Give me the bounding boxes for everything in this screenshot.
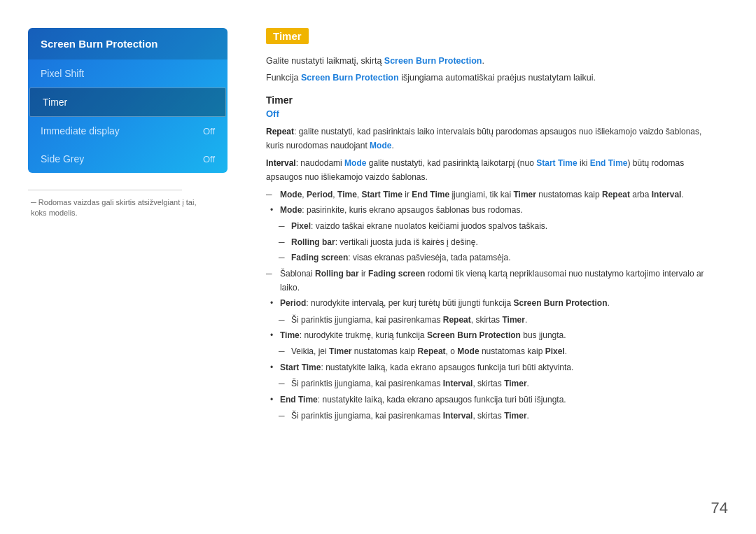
menu-item-label: Timer — [43, 97, 67, 108]
sub2a: Ši parinktis įjungiama, kai pasirenkamas… — [266, 313, 721, 327]
menu-item-label: Pixel Shift — [41, 68, 84, 79]
intro-text-1: Galite nustatyti laikmatį, skirtą Screen… — [266, 54, 721, 68]
menu-item-label: Side Grey — [41, 153, 84, 164]
bullet2: Period: nurodykite intervalą, per kurį t… — [266, 296, 721, 310]
menu-item-label: Immediate display — [41, 125, 120, 136]
menu-item-immediate-display[interactable]: Immediate display Off — [28, 117, 227, 145]
dash1: Mode, Period, Time, Start Time ir End Ti… — [266, 188, 721, 202]
intro-bold-1: Screen Burn Protection — [384, 56, 482, 66]
right-panel: Timer Galite nustatyti laikmatį, skirtą … — [238, 0, 756, 534]
sub4a: Ši parinktis įjungiama, kai pasirenkamas… — [266, 377, 721, 391]
menu-item-value: Off — [203, 154, 215, 164]
intro-bold-2: Screen Burn Protection — [301, 73, 399, 83]
left-panel: Screen Burn Protection Pixel Shift Timer… — [0, 0, 238, 534]
dash2: Šablonai Rolling bar ir Fading screen ro… — [266, 267, 721, 295]
para1: Repeat: galite nustatyti, kad pasirinkta… — [266, 125, 721, 153]
sub1c: Fading screen: visas ekranas pašviesėja,… — [266, 251, 721, 265]
menu-item-timer[interactable]: Timer — [29, 87, 226, 117]
sub3a: Veikia, jei Timer nustatomas kaip Repeat… — [266, 344, 721, 358]
page-number: 74 — [711, 499, 728, 517]
sub1a: Pixel: vaizdo taškai ekrane nuolatos kei… — [266, 219, 721, 233]
menu-header: Screen Burn Protection — [28, 28, 227, 59]
section-title: Timer — [266, 28, 309, 44]
sub-title: Timer — [266, 94, 721, 106]
sub5a: Ši parinktis įjungiama, kai pasirenkamas… — [266, 409, 721, 423]
divider — [28, 190, 182, 190]
intro-text-2: Funkcija Screen Burn Protection išjungia… — [266, 71, 721, 85]
bullet4: Start Time: nustatykite laiką, kada ekra… — [266, 360, 721, 374]
sub1b: Rolling bar: vertikali juosta juda iš ka… — [266, 235, 721, 249]
menu-container: Screen Burn Protection Pixel Shift Timer… — [28, 28, 227, 173]
footnote: Rodomas vaizdas gali skirtis atsižvelgia… — [31, 197, 213, 219]
status-off: Off — [266, 108, 721, 119]
bullet3: Time: nurodykite trukmę, kurią funkcija … — [266, 328, 721, 342]
para2: Interval: naudodami Mode galite nustatyt… — [266, 156, 721, 185]
bullet5: End Time: nustatykite laiką, kada ekrano… — [266, 393, 721, 407]
menu-item-value: Off — [203, 126, 215, 136]
bullet1: Mode: pasirinkite, kuris ekrano apsaugos… — [266, 203, 721, 217]
menu-item-side-grey[interactable]: Side Grey Off — [28, 145, 227, 173]
menu-item-pixel-shift[interactable]: Pixel Shift — [28, 59, 227, 87]
